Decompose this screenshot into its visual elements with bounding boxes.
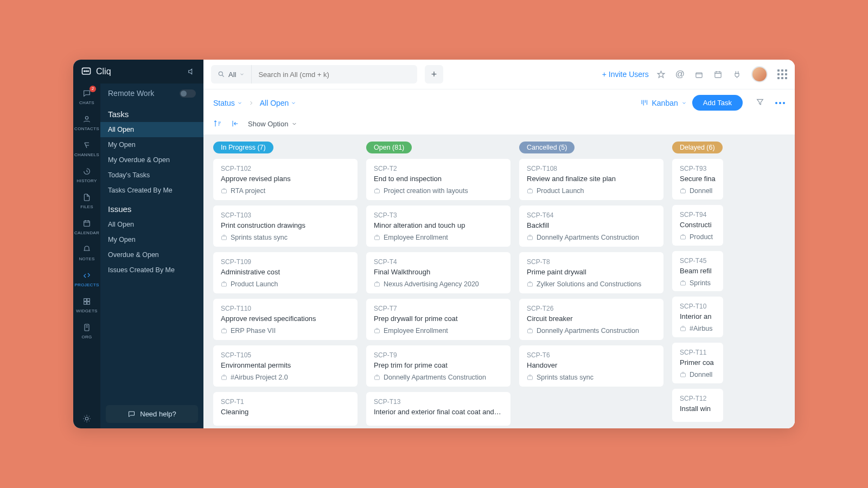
search-scope-button[interactable]: All (211, 65, 252, 84)
brand-name: Cliq (96, 67, 111, 76)
svg-rect-18 (222, 330, 227, 333)
task-card[interactable]: SCP-T93Secure finaDonnell (672, 159, 723, 200)
new-button[interactable]: + (425, 65, 443, 84)
task-card[interactable]: SCP-T4Final WalkthroughNexus Advertising… (366, 252, 510, 293)
search-input[interactable] (252, 70, 417, 79)
task-id: SCP-T109 (221, 258, 350, 266)
task-card[interactable]: SCP-T9Prep trim for prime coatDonnelly A… (366, 345, 510, 387)
sort-icon[interactable] (213, 119, 222, 128)
column-header-pill[interactable]: Open (81) (366, 142, 412, 153)
breadcrumb-allopen[interactable]: All Open (260, 99, 297, 107)
task-card[interactable]: SCP-T94ConstructiProduct (672, 205, 723, 246)
task-card[interactable]: SCP-T12Install win (672, 389, 723, 422)
sidebar-item-issues-3[interactable]: Issues Created By Me (100, 262, 203, 278)
sidebar-item-tasks-2[interactable]: My Overdue & Open (100, 152, 203, 168)
collapse-icon[interactable] (231, 119, 239, 128)
rail-item-calendar[interactable]: CALENDAR (73, 214, 100, 240)
briefcase-icon (527, 188, 533, 194)
rail-item-projects[interactable]: PROJECTS (73, 266, 100, 292)
rail-label: CALENDAR (73, 230, 100, 235)
theme-toggle[interactable] (73, 409, 100, 428)
sidebar-item-tasks-4[interactable]: Tasks Created By Me (100, 183, 203, 198)
apps-grid-icon[interactable] (777, 69, 787, 79)
plug-icon[interactable] (732, 70, 742, 79)
more-menu[interactable] (775, 102, 785, 104)
breadcrumb-status[interactable]: Status (213, 99, 242, 107)
rail-item-notes[interactable]: NOTES (73, 240, 100, 266)
speaker-icon[interactable] (187, 67, 196, 76)
avatar[interactable] (751, 66, 768, 82)
chevron-down-icon (239, 72, 245, 77)
task-id: SCP-T102 (221, 165, 350, 172)
task-title: Circuit breaker (527, 314, 656, 323)
sidebar-item-tasks-1[interactable]: My Open (100, 137, 203, 152)
sidebar-item-tasks-3[interactable]: Today's Tasks (100, 168, 203, 183)
task-id: SCP-T26 (527, 305, 656, 312)
options-row: Show Option (203, 116, 795, 135)
task-card[interactable]: SCP-T6HandoverSprints status sync (519, 345, 663, 387)
task-title: Constructi (680, 221, 716, 229)
task-project: Employee Enrollment (374, 234, 503, 241)
sidebar: Remote Work Tasks All OpenMy OpenMy Over… (100, 84, 203, 428)
task-card[interactable]: SCP-T108Review and finalize site planPro… (519, 159, 663, 200)
task-card[interactable]: SCP-T110Approve revised specificationsER… (213, 299, 358, 340)
task-card[interactable]: SCP-T105Environmental permits#Airbus Pro… (213, 345, 358, 387)
mention-icon[interactable]: @ (675, 69, 685, 80)
help-button[interactable]: Need help? (106, 405, 198, 423)
task-title: Primer coa (680, 358, 716, 367)
sidebar-item-issues-0[interactable]: All Open (100, 217, 203, 232)
svg-rect-15 (222, 190, 227, 194)
task-title: Secure fina (680, 175, 716, 183)
column-header-pill[interactable]: In Progress (7) (213, 142, 273, 153)
rail-item-channels[interactable]: CHANNELS (73, 136, 100, 162)
rail-item-contacts[interactable]: CONTACTS (73, 110, 100, 136)
task-card[interactable]: SCP-T26Circuit breakerDonnelly Apartment… (519, 299, 663, 340)
task-card[interactable]: SCP-T11Primer coaDonnell (672, 343, 723, 383)
svg-rect-32 (681, 281, 686, 285)
rail-item-history[interactable]: HISTORY (73, 162, 100, 188)
task-title: Prime paint drywall (527, 268, 656, 276)
column-header-pill[interactable]: Cancelled (5) (519, 142, 575, 153)
add-task-button[interactable]: Add Task (692, 95, 743, 111)
task-card[interactable]: SCP-T45Beam refilSprints (672, 251, 723, 292)
svg-rect-10 (85, 324, 89, 331)
task-card[interactable]: SCP-T109Administrative costProduct Launc… (213, 252, 358, 293)
task-card[interactable]: SCP-T103Print construction drawingsSprin… (213, 206, 358, 247)
task-project: Employee Enrollment (374, 327, 503, 335)
svg-rect-20 (375, 190, 380, 194)
svg-point-2 (86, 70, 87, 72)
sidebar-item-tasks-0[interactable]: All Open (100, 122, 203, 137)
rail-item-widgets[interactable]: WIDGETS (73, 292, 100, 318)
invite-users-link[interactable]: + Invite Users (602, 70, 649, 79)
task-card[interactable]: SCP-T102Approve revised plansRTA project (213, 159, 358, 200)
task-card[interactable]: SCP-T1Cleaning (213, 392, 358, 426)
sidebar-item-issues-1[interactable]: My Open (100, 232, 203, 247)
filter-button[interactable] (756, 98, 764, 108)
task-title: Review and finalize site plan (527, 175, 656, 183)
rail-item-files[interactable]: FILES (73, 188, 100, 214)
rail-item-org[interactable]: ORG (73, 318, 100, 344)
task-card[interactable]: SCP-T10Interior an#Airbus (672, 297, 723, 337)
svg-point-3 (88, 70, 89, 72)
column-header-pill[interactable]: Delayed (6) (672, 142, 723, 153)
task-project: Product Launch (527, 187, 656, 195)
task-id: SCP-T94 (680, 211, 716, 219)
star-icon[interactable] (656, 70, 666, 79)
task-card[interactable]: SCP-T8Prime paint drywallZylker Solution… (519, 252, 663, 293)
view-kanban-button[interactable]: Kanban (640, 99, 686, 107)
task-card[interactable]: SCP-T13Interior and exterior final coat … (366, 392, 510, 426)
calendar-icon[interactable] (713, 70, 723, 79)
task-card[interactable]: SCP-T7Prep drywall for prime coatEmploye… (366, 299, 510, 340)
remote-toggle[interactable] (180, 89, 196, 98)
show-option-button[interactable]: Show Option (248, 120, 297, 128)
rail-item-chats[interactable]: CHATS2 (73, 84, 100, 110)
task-card[interactable]: SCP-T2End to end inspectionProject creat… (366, 159, 510, 200)
kanban-board: In Progress (7)SCP-T102Approve revised p… (203, 135, 795, 428)
task-card[interactable]: SCP-T3Minor alteration and touch upEmplo… (366, 206, 510, 247)
box-icon[interactable] (694, 70, 704, 79)
task-card[interactable]: SCP-T64BackfillDonnelly Apartments Const… (519, 206, 663, 247)
sidebar-item-issues-2[interactable]: Overdue & Open (100, 247, 203, 262)
task-title: Approve revised specifications (221, 314, 350, 323)
rail-label: FILES (73, 204, 100, 209)
task-title: Beam refil (680, 267, 716, 275)
